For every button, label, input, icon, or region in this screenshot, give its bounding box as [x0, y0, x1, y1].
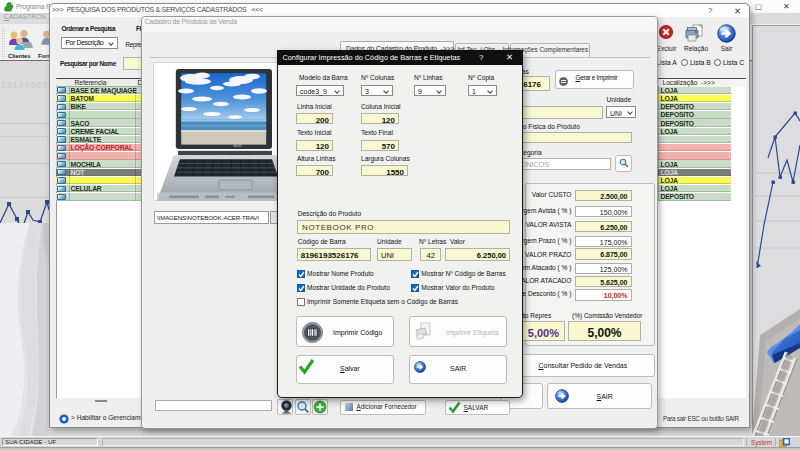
svg-text:acer: acer	[233, 142, 242, 147]
